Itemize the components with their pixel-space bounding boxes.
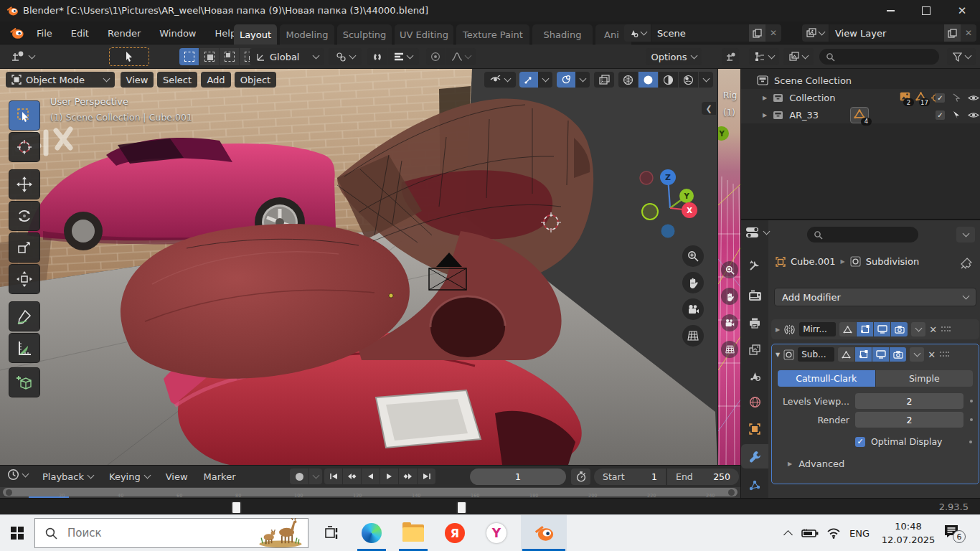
mirror-delete-button[interactable]: ✕	[929, 324, 937, 335]
modifier-subdivision-header[interactable]: ▼ Sub...	[772, 344, 979, 364]
toggle-grid-button[interactable]	[682, 325, 704, 347]
outliner-row-scene-collection[interactable]: Scene Collection	[741, 72, 980, 89]
task-view-button[interactable]	[316, 515, 349, 551]
play-button[interactable]	[380, 468, 398, 484]
taskbar-app-edge[interactable]	[354, 515, 389, 551]
taskbar-app-ybrowser[interactable]: Y	[479, 515, 514, 551]
search-input[interactable]	[66, 526, 252, 540]
auto-keying-toggle[interactable]	[290, 468, 308, 484]
properties-tab-world[interactable]	[741, 390, 768, 414]
workspace-tab-texture-paint[interactable]: Texture Paint	[456, 24, 529, 44]
viewport-menu-object[interactable]: Object	[235, 72, 276, 88]
minimize-button[interactable]	[872, 0, 908, 22]
selectable-arrow-icon[interactable]	[951, 110, 961, 120]
tool-annotate[interactable]	[9, 301, 40, 331]
outliner-filter-images-dropdown[interactable]	[783, 48, 814, 65]
mirror-realtime-toggle[interactable]	[874, 322, 890, 336]
tool-move[interactable]	[9, 169, 40, 199]
snap-settings-dropdown[interactable]	[387, 48, 419, 65]
subdivision-editmode-toggle[interactable]	[838, 347, 854, 362]
scene-name-field[interactable]: Scene	[651, 24, 749, 42]
overlays-options-dropdown[interactable]	[575, 72, 590, 88]
tool-transform[interactable]	[9, 264, 40, 294]
side-zoom-button[interactable]	[721, 261, 738, 278]
timeline-menu-marker[interactable]: Marker	[196, 471, 244, 482]
shading-rendered-button[interactable]	[679, 72, 698, 88]
taskbar-app-yandex[interactable]: Я	[438, 515, 472, 551]
properties-options-dropdown[interactable]	[956, 227, 975, 242]
tool-scale[interactable]	[9, 232, 40, 263]
active-tool-button[interactable]	[109, 47, 149, 66]
breadcrumb-object[interactable]: Cube.001	[791, 256, 836, 267]
pin-icon[interactable]	[961, 258, 972, 269]
drag-handle-icon[interactable]	[941, 326, 951, 333]
add-modifier-button[interactable]: Add Modifier	[774, 288, 976, 306]
mirror-editmode-toggle[interactable]	[839, 322, 856, 336]
tool-add-cube[interactable]	[9, 367, 40, 397]
mirror-name-field[interactable]: Mirr...	[799, 322, 836, 336]
tray-language[interactable]: ENG	[847, 515, 872, 551]
mirror-oncage-toggle[interactable]	[857, 322, 873, 336]
expand-arrow-icon[interactable]: ▶	[763, 95, 767, 101]
frame-start-field[interactable]: Start 1	[594, 468, 666, 485]
taskbar-app-blender-active[interactable]	[521, 515, 567, 551]
subdivision-extras-dropdown[interactable]	[910, 347, 924, 362]
tray-battery[interactable]	[798, 515, 822, 551]
selectable-arrow-icon[interactable]	[951, 93, 961, 103]
properties-tab-output[interactable]	[741, 311, 768, 335]
outliner-row-ar33[interactable]: ▶ AR_33 4 ✓	[741, 106, 980, 123]
workspace-tab-modeling[interactable]: Modeling	[280, 24, 334, 44]
properties-tab-object[interactable]	[741, 417, 768, 441]
outliner-display-mode-dropdown[interactable]	[749, 48, 779, 65]
start-button[interactable]	[0, 515, 34, 551]
menu-file[interactable]: File	[27, 22, 62, 44]
workspace-tab-shading[interactable]: Shading	[532, 24, 593, 44]
timeline-ruler[interactable]: 20 40 60 80 100 120 140 160 180 200 220 …	[0, 487, 740, 499]
object-checkbox[interactable]: ✓	[936, 110, 945, 120]
viewport-menu-select[interactable]: Select	[157, 72, 197, 88]
expand-arrow-icon[interactable]: ▶	[776, 326, 780, 333]
viewport-menu-add[interactable]: Add	[201, 72, 231, 88]
hide-eye-icon[interactable]	[968, 111, 979, 119]
mirror-extras-dropdown[interactable]	[911, 322, 925, 336]
menu-edit[interactable]: Edit	[62, 22, 98, 44]
view-layer-remove-button[interactable]: ✕	[961, 24, 976, 42]
subdivision-oncage-toggle[interactable]	[855, 347, 872, 362]
properties-editor-type-dropdown[interactable]	[745, 226, 769, 239]
xray-toggle[interactable]	[594, 72, 614, 88]
frame-end-field[interactable]: End 250	[667, 468, 739, 485]
viewport-menu-view[interactable]: View	[121, 72, 154, 88]
jump-to-end-button[interactable]	[418, 468, 435, 484]
pivot-point-dropdown[interactable]	[329, 48, 362, 65]
timeline-editor-type-dropdown[interactable]	[7, 468, 28, 481]
transform-orientation-dropdown[interactable]: Global	[250, 48, 324, 65]
proportional-toggle-button[interactable]	[426, 48, 445, 65]
select-mode-extend[interactable]	[199, 48, 219, 65]
notification-center-button[interactable]: 6	[944, 524, 969, 543]
current-frame-field[interactable]: 1	[470, 468, 566, 485]
workspace-tab-layout[interactable]: Layout	[234, 24, 277, 44]
menu-window[interactable]: Window	[150, 22, 205, 44]
timeline-menu-playback[interactable]: Playback	[34, 471, 101, 482]
outliner-search-input[interactable]	[819, 49, 939, 65]
tray-clock[interactable]: 10:48 12.07.2025	[877, 519, 940, 547]
select-mode-set[interactable]	[179, 48, 199, 65]
properties-tab-view-layer[interactable]	[741, 338, 768, 362]
tool-measure[interactable]	[9, 333, 40, 363]
view-layer-new-button[interactable]	[944, 24, 961, 42]
taskbar-app-explorer[interactable]	[396, 515, 430, 551]
properties-tab-particles[interactable]	[741, 473, 768, 497]
outliner-row-collection[interactable]: ▶ Collection 2 17 ✓	[741, 89, 980, 106]
drag-handle-icon[interactable]	[939, 351, 949, 358]
view-layer-name-field[interactable]: View Layer	[829, 24, 944, 42]
blender-app-icon[interactable]	[9, 25, 24, 41]
properties-tab-render[interactable]	[741, 283, 768, 308]
scene-new-button[interactable]	[749, 24, 765, 42]
properties-tab-modifiers[interactable]	[741, 444, 768, 468]
collection-checkbox[interactable]: ✓	[936, 93, 945, 103]
subdivision-render-toggle[interactable]	[890, 347, 906, 362]
scene-unlink-button[interactable]: ✕	[765, 24, 781, 42]
algorithm-catmull-clark-button[interactable]: Catmull-Clark	[778, 370, 875, 387]
advanced-panel-toggle[interactable]: ▶ Advanced	[772, 458, 979, 469]
tool-select-box[interactable]	[9, 100, 40, 131]
